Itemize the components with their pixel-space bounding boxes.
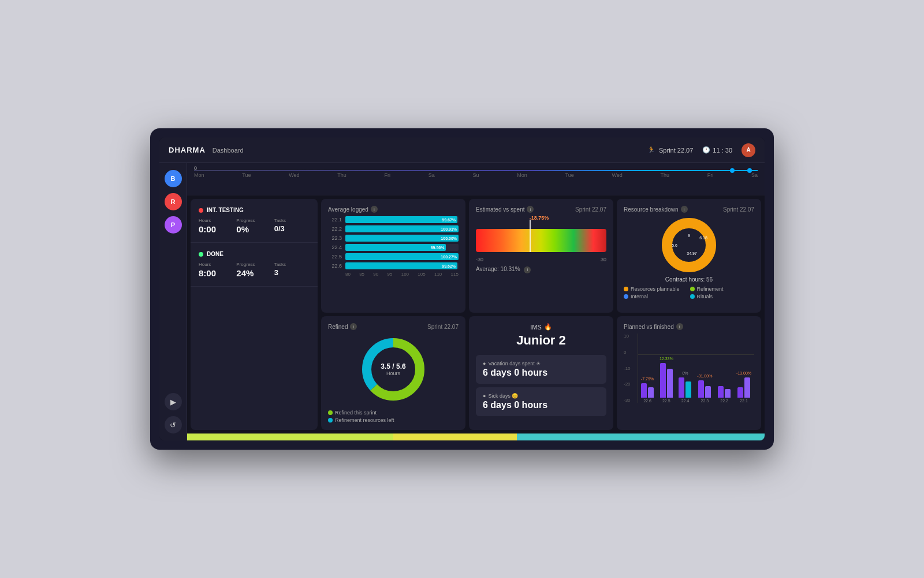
vacation-label-text: Vacation days spent ☀ [488,361,541,366]
avg-logged-label: Average logged [328,206,368,213]
content-area: 0 Mon Tue Wed Thu Fri Sa Su Mon T [187,163,765,440]
testing-tasks-label: Tasks [274,218,310,223]
play-button[interactable]: ▶ [165,393,182,410]
testing-tasks-group: Tasks 0/3 [274,218,310,234]
sidebar-avatar-b[interactable]: B [165,170,182,187]
bar-label-225: 22.5 [328,254,342,260]
bars-224 [679,377,691,398]
resource-card: Resource breakdown i Sprint 22.07 [617,199,761,313]
resource-label: Resource breakdown [624,206,679,213]
bar-fill-221: 99.67% [345,216,457,223]
refined-legend-item1: Refined this sprint [328,410,459,416]
bar-pct-226: -7.79% [641,377,654,381]
bar-track-221: 99.67% [345,216,459,223]
avg-text: Average: 10.31% i [476,266,606,273]
est-spent-info-icon[interactable]: i [527,206,534,213]
axis-105: 105 [418,272,425,277]
time-info: 🕐 11 : 30 [702,146,732,154]
done-tasks-label: Tasks [274,262,310,267]
bar-planned-225 [660,363,666,398]
bottom-seg-yellow [393,433,517,440]
done-tasks-group: Tasks 3 [274,262,310,278]
testing-hours-value: 0:00 [199,224,234,234]
bottom-bar [187,433,765,440]
bar-row-221: 22.1 99.67% [328,216,459,223]
donut-container: 9 6.18 5.6 34.97 [624,216,754,274]
resource-info-icon[interactable]: i [681,206,688,213]
axis-110: 110 [434,272,442,277]
refined-legend-label1: Refined this sprint [335,410,377,416]
bars-223 [698,380,711,398]
refined-info-icon[interactable]: i [350,323,357,330]
planned-title: Planned vs finished i [624,323,754,330]
dot-red [199,208,203,213]
done-tasks-value: 3 [274,268,310,277]
day-wed1: Wed [289,172,299,178]
bar-label-221: 22.1 [328,217,342,223]
refresh-button[interactable]: ↺ [165,416,182,433]
legend-plannable-label: Resources plannable [631,286,680,292]
avg-logged-card: Average logged i 22.1 99.67% [321,199,465,313]
sidebar-avatar-p[interactable]: P [165,216,182,234]
est-spent-label: Estimated vs spent [476,206,524,213]
header-right: 🏃 Sprint 22.07 🕐 11 : 30 A [647,143,755,157]
screen: DHARMA Dashboard 🏃 Sprint 22.07 🕐 11 : 3… [159,138,765,440]
bar-value-223: 100.00% [441,236,457,240]
status-done: DONE Hours 8:00 Progress 24% [191,243,318,287]
bar-label-223: 22.3 [328,235,342,241]
bar-xlabel-223: 22.3 [701,399,709,403]
day-thu2: Thu [660,172,669,178]
avg-logged-title: Average logged i [328,206,459,213]
planned-info-icon[interactable]: i [676,323,683,330]
bar-pct-223: -31.00% [697,374,712,378]
axis-100: 100 [401,272,409,277]
contract-hours: Contract hours: 56 [624,276,754,283]
bar-xlabel-224: 22.4 [681,399,690,403]
y-0: 0 [624,350,631,355]
bar-label-226: 22.6 [328,263,342,269]
bar-track-224: 89.56% [345,244,459,251]
refined-donut-area: 3.5 / 5.6 Hours [328,335,459,404]
bar-planned-222 [718,386,724,398]
legend-dot-rituals [690,294,695,299]
testing-hours-group: Hours 0:00 [199,218,234,234]
bar-track-223: 100.00% [345,235,459,242]
donut-svg: 9 6.18 5.6 34.97 [657,213,721,277]
bars-225 [660,363,673,398]
bar-finished-226 [648,387,654,398]
done-hours-value: 8:00 [199,268,234,278]
legend-refinement-label: Refinement [697,286,724,292]
refined-center: 3.5 / 5.6 Hours [381,362,405,376]
bar-finished-224 [685,381,691,398]
refined-legend-label2: Refinement resources left [335,417,394,423]
bars-222 [718,386,731,398]
testing-progress-group: Progress 0% [236,218,271,234]
laptop-frame: DHARMA Dashboard 🏃 Sprint 22.07 🕐 11 : 3… [150,128,774,450]
avg-info-icon[interactable]: i [524,266,531,273]
planned-card: Planned vs finished i 10 0 -10 -20 -30 [617,316,761,430]
bar-group-226: -7.79% 22.6 [641,378,654,403]
refined-label: Refined [328,324,348,330]
bar-value-224: 89.56% [431,246,445,250]
bar-group-225: 12.33% 22.5 [660,358,673,403]
bar-planned-226 [641,383,647,398]
gauge-marker-label: -18.75% [530,215,549,221]
legend-rituals: Rituals [690,294,755,299]
done-progress-group: Progress 24% [236,262,271,278]
bar-group-223: -31.00% 22.3 [697,375,712,403]
day-sa2: Sa [751,172,758,178]
planned-chart-container: 10 0 -10 -20 -30 -7. [624,334,754,403]
status-testing: INT. TESTING Hours 0:00 Progress 0% [191,199,318,243]
bar-finished-223 [705,386,711,398]
status-testing-label: INT. TESTING [199,207,310,213]
bar-xlabel-226: 22.6 [643,399,651,403]
est-spent-title: Estimated vs spent i Sprint 22.07 [476,206,606,213]
vacation-label: ● Vacation days spent ☀ [483,361,599,366]
y-axis-labels: 10 0 -10 -20 -30 [624,334,631,403]
dot-icon-vacation: ● [483,361,486,366]
sidebar-avatar-r[interactable]: R [165,193,182,210]
bar-axis: 80 85 90 95 100 105 110 115 [328,272,459,277]
avatar[interactable]: A [742,143,755,157]
day-tue1: Tue [242,172,251,178]
avg-logged-info-icon[interactable]: i [371,206,378,213]
